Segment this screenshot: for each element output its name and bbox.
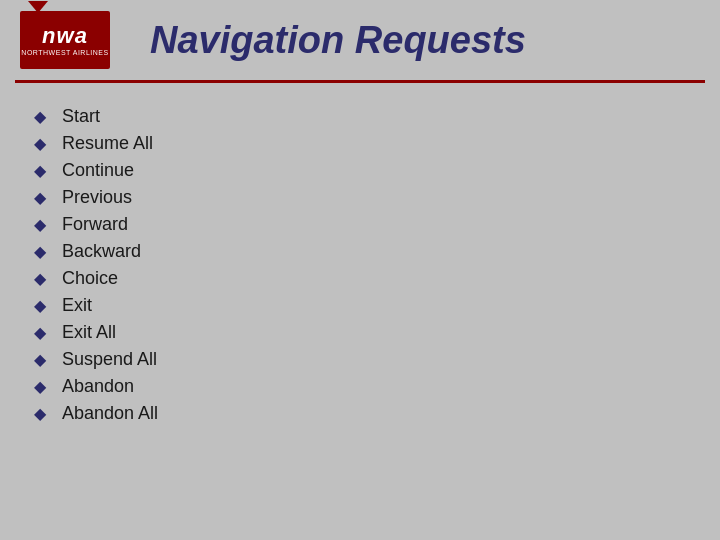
bullet-icon: ◆ [30, 404, 50, 423]
list-item: ◆Choice [30, 265, 690, 292]
list-item: ◆Suspend All [30, 346, 690, 373]
logo-triangle-icon [28, 1, 48, 13]
list-item-label: Start [62, 106, 100, 127]
list-item: ◆Start [30, 103, 690, 130]
list-item-label: Previous [62, 187, 132, 208]
bullet-icon: ◆ [30, 269, 50, 288]
list-item-label: Forward [62, 214, 128, 235]
list-item-label: Abandon All [62, 403, 158, 424]
logo-area: nwa NORTHWEST AIRLINES [20, 11, 110, 69]
list-item: ◆Exit [30, 292, 690, 319]
bullet-icon: ◆ [30, 107, 50, 126]
bullet-icon: ◆ [30, 242, 50, 261]
bullet-icon: ◆ [30, 296, 50, 315]
logo-subtitle: NORTHWEST AIRLINES [21, 49, 108, 56]
logo-brand: nwa [42, 25, 88, 47]
list-item-label: Backward [62, 241, 141, 262]
content: ◆Start◆Resume All◆Continue◆Previous◆Forw… [0, 88, 720, 442]
list-item: ◆Abandon [30, 373, 690, 400]
list-item-label: Choice [62, 268, 118, 289]
list-item-label: Continue [62, 160, 134, 181]
list-item-label: Exit [62, 295, 92, 316]
list-item: ◆Previous [30, 184, 690, 211]
list-item: ◆Abandon All [30, 400, 690, 427]
bullet-icon: ◆ [30, 134, 50, 153]
list-item: ◆Backward [30, 238, 690, 265]
list-item-label: Suspend All [62, 349, 157, 370]
divider [15, 80, 705, 83]
page-title: Navigation Requests [150, 19, 526, 62]
header: nwa NORTHWEST AIRLINES Navigation Reques… [0, 0, 720, 80]
list-item: ◆Resume All [30, 130, 690, 157]
bullet-icon: ◆ [30, 323, 50, 342]
bullet-icon: ◆ [30, 215, 50, 234]
list-item-label: Resume All [62, 133, 153, 154]
bullet-icon: ◆ [30, 188, 50, 207]
bullet-icon: ◆ [30, 161, 50, 180]
list-item: ◆Forward [30, 211, 690, 238]
bullet-icon: ◆ [30, 350, 50, 369]
list-item-label: Abandon [62, 376, 134, 397]
logo-box: nwa NORTHWEST AIRLINES [20, 11, 110, 69]
list-item-label: Exit All [62, 322, 116, 343]
list-item: ◆Continue [30, 157, 690, 184]
bullet-icon: ◆ [30, 377, 50, 396]
list-item: ◆Exit All [30, 319, 690, 346]
